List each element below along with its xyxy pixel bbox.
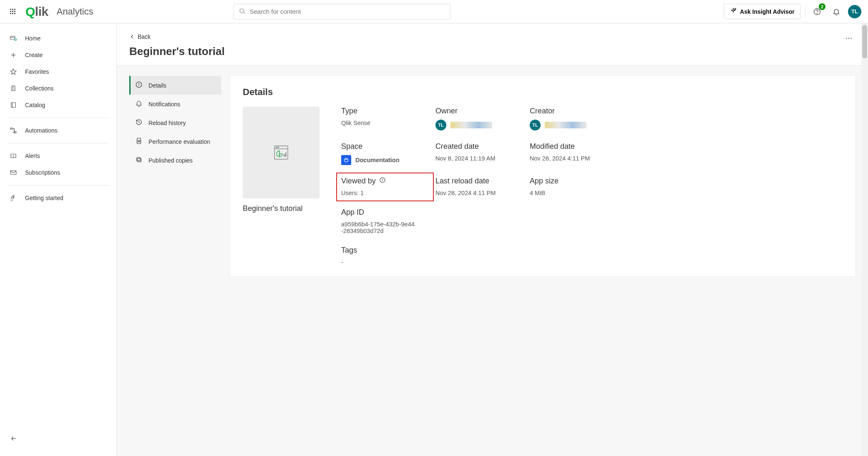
logo[interactable]: Qlik Analytics: [25, 5, 93, 19]
sidebar-item-catalog[interactable]: Catalog: [3, 97, 113, 113]
sparkle-icon: [730, 8, 737, 15]
help-badge: 2: [819, 3, 825, 10]
meta-label: Tags: [341, 246, 429, 255]
owner-avatar: TL: [435, 120, 446, 130]
divider: [7, 143, 110, 143]
alert-icon: [9, 152, 18, 160]
star-icon: [9, 68, 18, 76]
sidebar-item-alerts[interactable]: Alerts: [3, 148, 113, 164]
user-avatar[interactable]: TL: [848, 5, 861, 18]
meta-value: Nov 28, 2024 4:11 PM: [530, 155, 617, 162]
header-actions: Ask Insight Advisor 2 TL: [724, 4, 861, 19]
copies-icon: [135, 156, 143, 165]
sidebar-item-label: Subscriptions: [25, 169, 60, 176]
sidebar-item-automations[interactable]: Automations: [3, 122, 113, 139]
sidebar-item-favorites[interactable]: Favorites: [3, 63, 113, 80]
sub-nav-item-performance[interactable]: Performance evaluation: [129, 132, 221, 151]
meta-modified: Modified date Nov 28, 2024 4:11 PM: [530, 142, 617, 165]
svg-rect-9: [11, 103, 16, 108]
meta-value: Qlik Sense: [341, 120, 429, 126]
layout: Home Create Favorites Collections Catalo…: [0, 23, 868, 456]
meta-viewed-by: Viewed by Users: 1: [341, 177, 429, 196]
meta-reload: Last reload date Nov 28, 2024 4:11 PM: [435, 177, 523, 196]
panel-title: Details: [243, 87, 843, 98]
more-button[interactable]: [842, 32, 855, 47]
svg-point-20: [846, 38, 847, 39]
sub-nav-label: Details: [148, 82, 166, 89]
svg-point-3: [817, 13, 818, 13]
help-button[interactable]: 2: [810, 4, 825, 19]
ask-insight-advisor-button[interactable]: Ask Insight Advisor: [724, 4, 801, 19]
page-title: Beginner's tutorial: [129, 45, 225, 58]
sidebar: Home Create Favorites Collections Catalo…: [0, 23, 117, 456]
sidebar-item-home[interactable]: Home: [3, 30, 113, 47]
brand-text: Qlik: [25, 5, 48, 19]
search-box: [234, 4, 450, 20]
history-icon: [135, 118, 143, 127]
back-label: Back: [138, 33, 151, 40]
meta-space: Space Documentation: [341, 142, 429, 165]
sub-nav-item-reload-history[interactable]: Reload history: [129, 113, 221, 132]
svg-rect-36: [285, 153, 287, 157]
svg-marker-8: [10, 69, 16, 74]
content-area: Details Notifications Reload history Per…: [117, 66, 868, 456]
meta-label: App size: [530, 177, 617, 185]
sub-nav-label: Published copies: [148, 157, 193, 164]
svg-rect-16: [10, 171, 16, 175]
brand-subtext: Analytics: [57, 6, 93, 17]
sidebar-item-create[interactable]: Create: [3, 47, 113, 63]
sidebar-footer: [3, 428, 113, 449]
meta-value: Nov 28, 2024 4:11 PM: [435, 190, 523, 196]
meta-tags: Tags -: [341, 246, 429, 266]
mail-icon: [9, 168, 18, 177]
meta-value: Users: 1: [341, 190, 429, 196]
meta-label: Modified date: [530, 142, 617, 151]
sub-nav-item-details[interactable]: Details: [129, 76, 221, 95]
search-input[interactable]: [234, 4, 450, 20]
sidebar-item-subscriptions[interactable]: Subscriptions: [3, 164, 113, 181]
meta-owner: Owner TL: [435, 107, 523, 130]
plus-icon: [9, 51, 18, 59]
search-icon: [239, 8, 246, 16]
creator-name-redacted: [545, 122, 586, 128]
sub-nav-item-published[interactable]: Published copies: [129, 151, 221, 170]
sub-nav-label: Performance evaluation: [148, 138, 210, 145]
meta-value: -: [341, 259, 429, 266]
svg-rect-11: [10, 128, 13, 129]
header: Qlik Analytics Ask Insight Advisor 2 TL: [0, 0, 868, 23]
sidebar-item-label: Getting started: [25, 195, 63, 201]
svg-point-15: [13, 157, 14, 157]
info-icon[interactable]: [379, 177, 386, 185]
notifications-button[interactable]: [829, 4, 844, 19]
divider: [7, 118, 110, 118]
meta-label: Created date: [435, 142, 523, 151]
meta-value: 4 MiB: [530, 190, 617, 196]
scrollbar-thumb[interactable]: [862, 25, 867, 58]
apps-launcher-icon[interactable]: [7, 5, 19, 18]
details-panel: Details: [230, 76, 855, 276]
sidebar-item-collections[interactable]: Collections: [3, 80, 113, 97]
collapse-sidebar-button[interactable]: [7, 431, 22, 446]
back-button[interactable]: Back: [129, 32, 151, 42]
sidebar-item-label: Alerts: [25, 153, 40, 159]
viewed-by-label-text: Viewed by: [341, 177, 376, 185]
sub-nav-item-notifications[interactable]: Notifications: [129, 95, 221, 113]
svg-point-25: [138, 83, 139, 83]
meta-label: Type: [341, 107, 429, 115]
catalog-icon: [9, 101, 18, 109]
sidebar-item-label: Home: [25, 35, 40, 42]
meta-label: Creator: [530, 107, 617, 115]
thumb-title: Beginner's tutorial: [243, 204, 322, 213]
svg-line-1: [243, 12, 244, 13]
bell-icon: [135, 100, 143, 108]
rocket-icon: [9, 194, 18, 202]
meta-value: Nov 8, 2024 11:19 AM: [435, 155, 523, 162]
svg-rect-4: [10, 36, 15, 40]
sub-nav: Details Notifications Reload history Per…: [129, 76, 221, 276]
space-icon: [341, 155, 351, 165]
app-thumbnail-block: Beginner's tutorial: [243, 107, 322, 266]
space-name[interactable]: Documentation: [355, 157, 400, 163]
sidebar-item-getting-started[interactable]: Getting started: [3, 190, 113, 206]
divider: [805, 6, 805, 18]
scrollbar[interactable]: [861, 23, 868, 456]
